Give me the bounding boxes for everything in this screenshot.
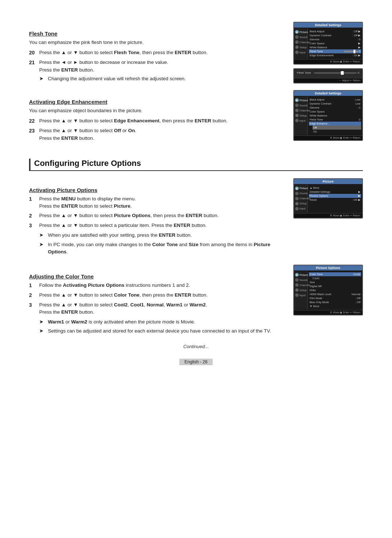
tv-header-picture-options: Picture Options [294, 265, 362, 270]
sidebar-channel-4: ≡ Channel [295, 196, 307, 201]
sidebar-setup-3: ⚙ Setup [295, 113, 307, 118]
tv-sidebar-4: ▶ Picture ♪ Sound ≡ Channel ⚙ [294, 185, 308, 212]
row5-hdmi: HDMI Black LevelNormal [310, 292, 360, 296]
sidebar-setup: ⚙ Setup [295, 45, 307, 50]
sidebar-sound-icon: ♪ [295, 35, 299, 39]
continued-text: Continued... [29, 344, 363, 349]
sidebar-input-4: ⤵ Input [295, 206, 307, 211]
sidebar-input: ⤵ Input [295, 50, 307, 55]
sidebar-setup-icon-4: ⚙ [295, 202, 299, 205]
activating-picture-section: Activating Picture Options 1 Press the M… [29, 178, 363, 257]
row3-black-adjust: Black Adjust: Low [310, 98, 360, 102]
tv-sidebar-5: ▶ Picture ♪ Sound ≡ Channel ⚙ [294, 271, 308, 309]
edge-submenu: Off On [313, 126, 360, 134]
ct-cool1: Cool1 [313, 276, 360, 280]
flesh-slider-thumb [341, 71, 344, 75]
edge-enhancement-description: You can emphasize object boundaries in t… [29, 107, 279, 114]
row5-more: ▼ More [310, 304, 360, 308]
section-title-configuring: Configuring Picture Options [29, 159, 363, 171]
color-tone-submenu: Cool1 [313, 276, 360, 280]
sidebar-channel-5: ≡ Channel [295, 282, 307, 288]
activating-picture-title: Activating Picture Options [29, 187, 279, 193]
edge-enhancement-content: Activating Edge Enhancement You can emph… [29, 90, 279, 144]
edge-on: On [313, 130, 360, 134]
tv-footer-1: ⬆ Move ▣ Enter ↩ Return [294, 59, 362, 64]
tv-sidebar-1: ▶ Picture ♪ Sound ≡ Channel ⚙ Setup [294, 28, 308, 58]
sidebar-sound-4: ♪ Sound [295, 191, 307, 196]
edge-enhancement-screens: Detailed Settings ▶ Picture ♪ Sound ≡ Ch… [290, 90, 363, 144]
ts-body: Flesh Tone 0 [294, 69, 362, 78]
row5-digital-nr: Digital NR [310, 284, 360, 288]
tv-screen-picture: Picture ▶ Picture ♪ Sound ≡ Cha [293, 178, 363, 219]
flesh-tone-steps: 20 Press the ▲ or ▼ button to select Fle… [29, 49, 279, 84]
tv-body-4: ▶ Picture ♪ Sound ≡ Channel ⚙ [294, 184, 362, 213]
sidebar-picture-icon-4: ▶ [295, 187, 299, 190]
tv-screen-detailed-flesh: Detailed Settings ▶ Picture ♪ Sound ≡ Ch… [293, 22, 363, 65]
flesh-tone-content: Flesh Tone You can emphasize the pink fl… [29, 22, 279, 86]
tv-footer-3: ⬆ Move ▣ Enter ↩ Return [294, 135, 362, 140]
sidebar-picture-icon-5: ▶ [295, 273, 299, 277]
page-footer-container: English - 26 [29, 353, 363, 365]
sidebar-sound-3: ♪ Sound [295, 103, 307, 108]
sidebar-channel-icon-3: ≡ [295, 109, 299, 112]
step-20: 20 Press the ▲ or ▼ button to select Fle… [29, 49, 279, 57]
step-22: 22 Press the ▲ or ▼ button to select Edg… [29, 117, 279, 125]
ac-arrow-2: ➤ Settings can be adjusted and stored fo… [39, 327, 279, 335]
row3-flesh-tone: Flesh Tone0 [310, 118, 360, 122]
step-ap-3: 3 Press the ▲ or ▼ button to select a pa… [29, 222, 279, 229]
row-gamma: Gamma: 0 [310, 37, 360, 41]
flesh-slider-track [314, 72, 357, 74]
sidebar-input-5: ⤵ Input [295, 293, 307, 298]
sidebar-picture-4: ▶ Picture [295, 186, 307, 191]
row3-gamma: Gamma: 0 [310, 106, 360, 110]
ts-footer: ↔ Adjust ↩ Return [294, 78, 362, 83]
adjusting-color-screens: Picture Options ▶ Picture ♪ Sound ≡ [290, 265, 363, 337]
sidebar-channel-icon: ≡ [295, 40, 299, 44]
flesh-tone-section: Flesh Tone You can emphasize the pink fl… [29, 22, 363, 86]
page-footer: English - 26 [179, 359, 212, 365]
sidebar-picture-icon-3: ▶ [295, 98, 299, 102]
flesh-tone-description: You can emphasize the pink flesh tone in… [29, 39, 279, 46]
tv-content-5: Color ToneCool2 Cool1 Size Digital NR DN… [308, 271, 362, 309]
sidebar-sound-icon-3: ♪ [295, 103, 299, 107]
sidebar-input-icon: ⤵ [295, 50, 299, 54]
row-color-space: Color Space▶ [310, 41, 360, 45]
edge-enhancement-steps: 22 Press the ▲ or ▼ button to select Edg… [29, 117, 279, 142]
sidebar-input-3: ⤵ Input [295, 118, 307, 123]
edge-off: Off [313, 126, 361, 130]
tv-body-1: ▶ Picture ♪ Sound ≡ Channel ⚙ Setup [294, 28, 362, 59]
step-ap-2: 2 Press the ▲ or ▼ button to select Pict… [29, 212, 279, 220]
sidebar-channel: ≡ Channel [295, 40, 307, 45]
tv-body-3: ▶ Picture ♪ Sound ≡ Channel ⚙ Setup [294, 96, 362, 135]
edge-enhancement-title: Activating Edge Enhancement [29, 99, 279, 105]
sidebar-setup-4: ⚙ Setup [295, 201, 307, 206]
sidebar-picture-5: ▶ Picture [295, 272, 307, 277]
tv-screen-picture-options: Picture Options ▶ Picture ♪ Sound ≡ [293, 265, 363, 315]
tv-content-3: Black Adjust: Low Dynamic ContrastLow Ga… [308, 97, 362, 135]
sidebar-input-icon-3: ⤵ [295, 119, 299, 122]
activating-picture-screens: Picture ▶ Picture ♪ Sound ≡ Cha [290, 178, 363, 257]
sidebar-picture: ▶ Picture [295, 29, 307, 34]
flesh-tone-title: Flesh Tone [29, 30, 279, 37]
sidebar-setup-5: ⚙ Setup [295, 288, 307, 293]
sidebar-picture-icon: ▶ [295, 30, 299, 34]
adjusting-color-section: Adjusting the Color Tone 1 Follow the Ac… [29, 265, 363, 337]
row4-detailed: Detailed Settings▶ [310, 190, 360, 194]
configuring-section: Configuring Picture Options Activating P… [29, 159, 363, 337]
row-flesh-tone-highlighted: Flesh Tone 0 [309, 49, 361, 53]
edge-enhancement-section: Activating Edge Enhancement You can emph… [29, 90, 363, 144]
sidebar-setup-icon: ⚙ [295, 45, 299, 49]
tv-header-detailed: Detailed Settings [294, 23, 362, 28]
tv-header-detailed-edge: Detailed Settings [294, 91, 362, 96]
adjusting-color-title: Adjusting the Color Tone [29, 273, 279, 280]
row5-film: Film Mode: Off [310, 296, 360, 300]
flesh-tone-screens: Detailed Settings ▶ Picture ♪ Sound ≡ Ch… [290, 22, 363, 86]
ap-arrow-1: ➤ When you are satisfied with your setti… [39, 232, 279, 239]
sidebar-channel-icon-4: ≡ [295, 197, 299, 200]
tv-footer-5: ⬆ Move ▣ Enter ↩ Return [294, 310, 362, 315]
activating-picture-content: Activating Picture Options 1 Press the M… [29, 178, 279, 257]
sidebar-sound-icon-4: ♪ [295, 192, 299, 195]
row4-picture-options: Picture Options▶ [309, 194, 361, 198]
row3-color-space: Color Space [310, 110, 360, 114]
ts-row-flesh: Flesh Tone 0 [297, 71, 359, 74]
